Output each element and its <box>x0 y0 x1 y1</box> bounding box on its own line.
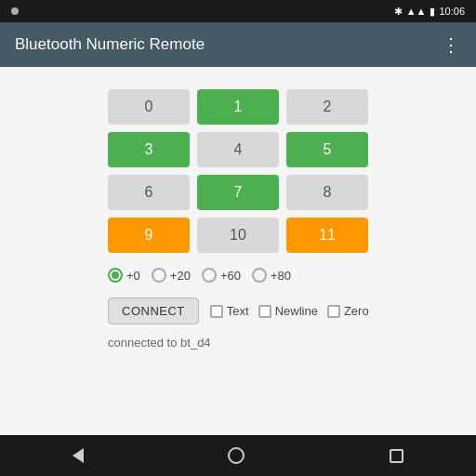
radio-label-+0: +0 <box>126 269 140 283</box>
status-bar: ✱ ▲▲ ▮ 10:06 <box>0 0 476 22</box>
radio-circle-+0 <box>108 268 123 283</box>
checkbox-zero[interactable]: Zero <box>327 304 369 318</box>
main-content: 01234567891011 +0+20+60+80 CONNECT TextN… <box>0 67 476 435</box>
home-button[interactable] <box>228 447 245 464</box>
battery-icon: ▮ <box>430 6 435 18</box>
app-bar: Bluetooth Numeric Remote ⋮ <box>0 22 476 67</box>
radio-label-+60: +60 <box>220 269 241 283</box>
time-display: 10:06 <box>439 6 465 17</box>
nav-bar <box>0 435 476 476</box>
numpad-button-10[interactable]: 10 <box>197 218 279 253</box>
radio-circle-+60 <box>202 268 217 283</box>
more-menu-icon[interactable]: ⋮ <box>442 33 461 56</box>
signal-icon: ▲▲ <box>406 6 427 17</box>
status-circle-icon <box>11 7 19 15</box>
status-text: connected to bt_d4 <box>108 336 368 350</box>
numpad-button-1[interactable]: 1 <box>197 89 279 125</box>
app-title: Bluetooth Numeric Remote <box>15 35 205 54</box>
numpad: 01234567891011 <box>108 89 368 253</box>
back-button[interactable] <box>73 448 84 463</box>
numpad-button-4[interactable]: 4 <box>197 132 279 167</box>
radio-option-+20[interactable]: +20 <box>152 268 191 283</box>
numpad-button-3[interactable]: 3 <box>108 132 190 167</box>
radio-group: +0+20+60+80 <box>108 268 368 283</box>
numpad-button-2[interactable]: 2 <box>286 89 368 125</box>
status-right: ✱ ▲▲ ▮ 10:06 <box>394 6 465 18</box>
status-left <box>11 7 19 15</box>
connect-row: CONNECT TextNewlineZero <box>108 298 368 324</box>
checkbox-box-zero <box>327 305 340 318</box>
numpad-button-11[interactable]: 11 <box>286 218 368 253</box>
checkbox-label-newline: Newline <box>275 304 318 318</box>
recents-button[interactable] <box>390 449 403 463</box>
numpad-button-0[interactable]: 0 <box>108 89 190 125</box>
connect-button[interactable]: CONNECT <box>108 298 199 324</box>
checkboxes-container: TextNewlineZero <box>210 304 369 318</box>
radio-option-+0[interactable]: +0 <box>108 268 140 283</box>
radio-circle-+20 <box>152 268 166 283</box>
radio-circle-+80 <box>252 268 267 283</box>
numpad-button-5[interactable]: 5 <box>286 132 368 167</box>
numpad-button-7[interactable]: 7 <box>197 175 279 210</box>
numpad-button-9[interactable]: 9 <box>108 218 190 253</box>
radio-label-+80: +80 <box>271 269 291 283</box>
checkbox-label-zero: Zero <box>344 304 369 318</box>
checkbox-box-newline <box>258 305 271 318</box>
checkbox-label-text: Text <box>227 304 249 318</box>
checkbox-text[interactable]: Text <box>210 304 249 318</box>
numpad-button-6[interactable]: 6 <box>108 175 190 210</box>
radio-label-+20: +20 <box>170 269 191 283</box>
radio-option-+60[interactable]: +60 <box>202 268 241 283</box>
checkbox-box-text <box>210 305 223 318</box>
checkbox-newline[interactable]: Newline <box>258 304 318 318</box>
radio-option-+80[interactable]: +80 <box>252 268 291 283</box>
bluetooth-icon: ✱ <box>394 6 403 18</box>
numpad-button-8[interactable]: 8 <box>286 175 368 210</box>
